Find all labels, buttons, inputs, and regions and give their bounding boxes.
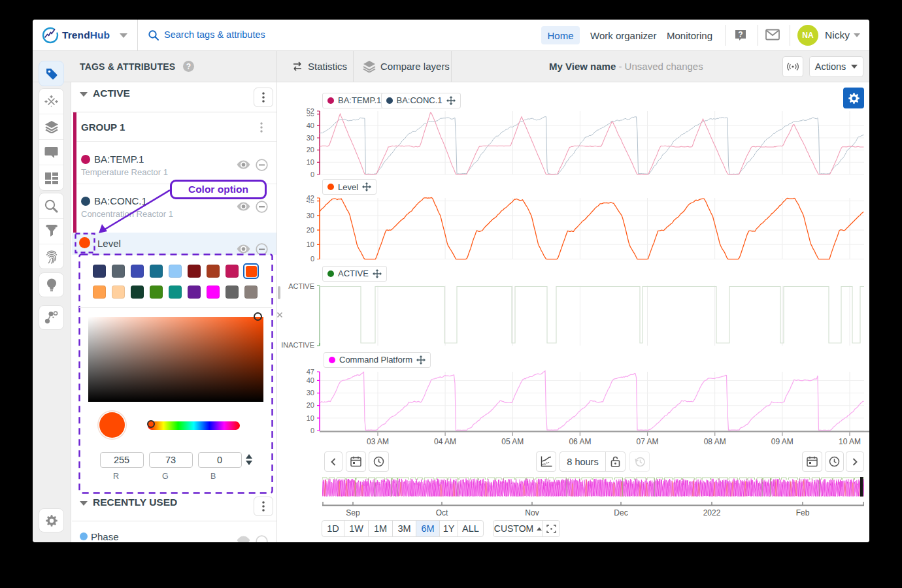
svg-text:42: 42: [307, 194, 314, 202]
svg-text:04 AM: 04 AM: [434, 437, 456, 446]
svg-text:40: 40: [307, 122, 314, 129]
svg-text:Dec: Dec: [614, 508, 627, 517]
svg-text:INACTIVE: INACTIVE: [281, 341, 314, 349]
svg-text:Nov: Nov: [525, 508, 539, 517]
svg-text:06 AM: 06 AM: [569, 437, 591, 446]
svg-text:05 AM: 05 AM: [501, 437, 524, 446]
svg-text:0: 0: [310, 255, 314, 263]
svg-text:0: 0: [310, 171, 314, 178]
svg-text:09 AM: 09 AM: [771, 437, 793, 446]
svg-text:Feb: Feb: [796, 508, 810, 517]
svg-text:2022: 2022: [703, 508, 721, 517]
svg-text:10: 10: [307, 414, 314, 422]
svg-text:07 AM: 07 AM: [637, 437, 659, 446]
svg-text:20: 20: [307, 401, 314, 409]
svg-text:Oct: Oct: [436, 508, 448, 517]
svg-text:30: 30: [307, 134, 314, 142]
svg-text:52: 52: [307, 107, 314, 115]
svg-text:47: 47: [307, 368, 314, 376]
svg-text:10: 10: [307, 240, 314, 248]
svg-text:Sep: Sep: [346, 508, 360, 517]
svg-text:0: 0: [310, 427, 314, 434]
svg-text:30: 30: [307, 212, 314, 220]
svg-text:40: 40: [307, 376, 314, 384]
svg-text:ACTIVE: ACTIVE: [288, 282, 314, 290]
svg-text:10 AM: 10 AM: [839, 437, 861, 446]
svg-text:10: 10: [307, 158, 314, 166]
svg-text:30: 30: [307, 389, 314, 397]
svg-text:03 AM: 03 AM: [367, 437, 389, 446]
svg-text:?: ?: [738, 30, 743, 39]
svg-text:08 AM: 08 AM: [704, 437, 726, 446]
svg-text:20: 20: [307, 226, 314, 234]
svg-text:20: 20: [307, 146, 314, 154]
